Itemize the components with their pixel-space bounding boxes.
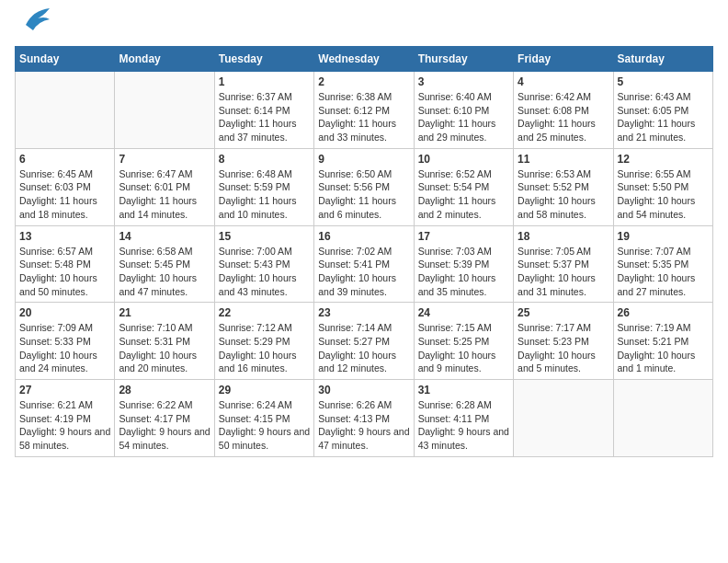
calendar-cell: 8Sunrise: 6:48 AMSunset: 5:59 PMDaylight… <box>214 148 313 225</box>
calendar-cell: 15Sunrise: 7:00 AMSunset: 5:43 PMDayligh… <box>214 225 313 303</box>
day-number: 9 <box>318 153 409 166</box>
day-number: 16 <box>318 230 409 243</box>
calendar-cell: 2Sunrise: 6:38 AMSunset: 6:12 PMDaylight… <box>314 72 414 149</box>
day-number: 24 <box>418 306 509 319</box>
day-info: Sunrise: 7:10 AMSunset: 5:31 PMDaylight:… <box>119 321 210 375</box>
day-number: 4 <box>518 75 609 88</box>
calendar-cell: 23Sunrise: 7:14 AMSunset: 5:27 PMDayligh… <box>314 303 414 380</box>
day-number: 8 <box>219 153 310 166</box>
day-number: 20 <box>19 306 110 319</box>
day-info: Sunrise: 7:07 AMSunset: 5:35 PMDaylight:… <box>618 245 709 299</box>
day-info: Sunrise: 7:09 AMSunset: 5:33 PMDaylight:… <box>19 321 110 375</box>
calendar-cell: 24Sunrise: 7:15 AMSunset: 5:25 PMDayligh… <box>414 303 513 380</box>
day-info: Sunrise: 6:28 AMSunset: 4:11 PMDaylight:… <box>418 398 509 453</box>
calendar-cell: 9Sunrise: 6:50 AMSunset: 5:56 PMDaylight… <box>314 148 414 225</box>
calendar-week-row: 13Sunrise: 6:57 AMSunset: 5:48 PMDayligh… <box>16 225 713 303</box>
day-info: Sunrise: 7:12 AMSunset: 5:29 PMDaylight:… <box>219 321 310 375</box>
day-number: 21 <box>119 306 210 319</box>
calendar-cell: 4Sunrise: 6:42 AMSunset: 6:08 PMDaylight… <box>514 72 613 149</box>
calendar-cell: 12Sunrise: 6:55 AMSunset: 5:50 PMDayligh… <box>613 148 712 225</box>
calendar-cell <box>16 72 115 149</box>
day-number: 6 <box>19 153 110 166</box>
calendar-cell <box>514 380 613 457</box>
day-number: 31 <box>418 384 509 396</box>
day-info: Sunrise: 6:42 AMSunset: 6:08 PMDaylight:… <box>518 90 609 144</box>
weekday-header-tuesday: Tuesday <box>214 47 313 72</box>
calendar-cell: 13Sunrise: 6:57 AMSunset: 5:48 PMDayligh… <box>16 225 115 303</box>
logo <box>15 15 50 35</box>
calendar-cell: 19Sunrise: 7:07 AMSunset: 5:35 PMDayligh… <box>613 225 712 303</box>
day-info: Sunrise: 6:38 AMSunset: 6:12 PMDaylight:… <box>318 90 409 144</box>
calendar-cell: 20Sunrise: 7:09 AMSunset: 5:33 PMDayligh… <box>16 303 115 380</box>
day-number: 15 <box>219 230 310 243</box>
day-number: 14 <box>119 230 210 243</box>
day-info: Sunrise: 7:05 AMSunset: 5:37 PMDaylight:… <box>518 245 609 299</box>
weekday-header-row: SundayMondayTuesdayWednesdayThursdayFrid… <box>16 47 713 72</box>
day-number: 3 <box>418 75 509 88</box>
day-number: 26 <box>618 306 709 319</box>
calendar-cell: 31Sunrise: 6:28 AMSunset: 4:11 PMDayligh… <box>414 380 513 457</box>
day-info: Sunrise: 6:45 AMSunset: 6:03 PMDaylight:… <box>19 167 110 222</box>
calendar-cell: 6Sunrise: 6:45 AMSunset: 6:03 PMDaylight… <box>16 148 115 225</box>
calendar-week-row: 20Sunrise: 7:09 AMSunset: 5:33 PMDayligh… <box>16 303 713 380</box>
calendar-cell: 3Sunrise: 6:40 AMSunset: 6:10 PMDaylight… <box>414 72 513 149</box>
day-info: Sunrise: 6:37 AMSunset: 6:14 PMDaylight:… <box>219 90 310 144</box>
day-info: Sunrise: 6:58 AMSunset: 5:45 PMDaylight:… <box>119 245 210 299</box>
day-number: 30 <box>318 384 409 396</box>
day-number: 7 <box>119 153 210 166</box>
day-number: 12 <box>618 153 709 166</box>
page-header <box>15 15 713 35</box>
calendar-cell: 22Sunrise: 7:12 AMSunset: 5:29 PMDayligh… <box>214 303 313 380</box>
calendar-cell <box>613 380 712 457</box>
calendar-week-row: 6Sunrise: 6:45 AMSunset: 6:03 PMDaylight… <box>16 148 713 225</box>
day-number: 2 <box>318 75 409 88</box>
weekday-header-friday: Friday <box>514 47 613 72</box>
day-info: Sunrise: 7:02 AMSunset: 5:41 PMDaylight:… <box>318 245 409 299</box>
day-info: Sunrise: 7:00 AMSunset: 5:43 PMDaylight:… <box>219 245 310 299</box>
day-info: Sunrise: 6:53 AMSunset: 5:52 PMDaylight:… <box>518 167 609 222</box>
day-number: 11 <box>518 153 609 166</box>
day-info: Sunrise: 6:22 AMSunset: 4:17 PMDaylight:… <box>119 398 210 453</box>
calendar-cell: 29Sunrise: 6:24 AMSunset: 4:15 PMDayligh… <box>214 380 313 457</box>
calendar-cell: 10Sunrise: 6:52 AMSunset: 5:54 PMDayligh… <box>414 148 513 225</box>
day-info: Sunrise: 6:24 AMSunset: 4:15 PMDaylight:… <box>219 398 310 453</box>
calendar-table: SundayMondayTuesdayWednesdayThursdayFrid… <box>15 46 713 457</box>
day-number: 29 <box>219 384 310 396</box>
calendar-week-row: 27Sunrise: 6:21 AMSunset: 4:19 PMDayligh… <box>16 380 713 457</box>
day-info: Sunrise: 6:50 AMSunset: 5:56 PMDaylight:… <box>318 167 409 222</box>
day-info: Sunrise: 7:03 AMSunset: 5:39 PMDaylight:… <box>418 245 509 299</box>
weekday-header-thursday: Thursday <box>414 47 513 72</box>
day-number: 22 <box>219 306 310 319</box>
day-info: Sunrise: 6:26 AMSunset: 4:13 PMDaylight:… <box>318 398 409 453</box>
calendar-cell: 14Sunrise: 6:58 AMSunset: 5:45 PMDayligh… <box>115 225 214 303</box>
calendar-cell: 11Sunrise: 6:53 AMSunset: 5:52 PMDayligh… <box>514 148 613 225</box>
day-info: Sunrise: 6:48 AMSunset: 5:59 PMDaylight:… <box>219 167 310 222</box>
day-number: 28 <box>119 384 210 396</box>
day-number: 18 <box>518 230 609 243</box>
calendar-cell <box>115 72 214 149</box>
calendar-cell: 25Sunrise: 7:17 AMSunset: 5:23 PMDayligh… <box>514 303 613 380</box>
weekday-header-monday: Monday <box>115 47 214 72</box>
day-info: Sunrise: 6:40 AMSunset: 6:10 PMDaylight:… <box>418 90 509 144</box>
day-number: 17 <box>418 230 509 243</box>
day-number: 10 <box>418 153 509 166</box>
day-info: Sunrise: 6:47 AMSunset: 6:01 PMDaylight:… <box>119 167 210 222</box>
day-info: Sunrise: 7:17 AMSunset: 5:23 PMDaylight:… <box>518 321 609 375</box>
calendar-week-row: 1Sunrise: 6:37 AMSunset: 6:14 PMDaylight… <box>16 72 713 149</box>
day-number: 13 <box>19 230 110 243</box>
calendar-cell: 28Sunrise: 6:22 AMSunset: 4:17 PMDayligh… <box>115 380 214 457</box>
calendar-cell: 21Sunrise: 7:10 AMSunset: 5:31 PMDayligh… <box>115 303 214 380</box>
logo-bird-icon <box>17 8 50 34</box>
calendar-cell: 30Sunrise: 6:26 AMSunset: 4:13 PMDayligh… <box>314 380 414 457</box>
day-number: 25 <box>518 306 609 319</box>
day-number: 19 <box>618 230 709 243</box>
day-number: 1 <box>219 75 310 88</box>
day-info: Sunrise: 6:57 AMSunset: 5:48 PMDaylight:… <box>19 245 110 299</box>
calendar-cell: 27Sunrise: 6:21 AMSunset: 4:19 PMDayligh… <box>16 380 115 457</box>
calendar-cell: 16Sunrise: 7:02 AMSunset: 5:41 PMDayligh… <box>314 225 414 303</box>
day-info: Sunrise: 7:15 AMSunset: 5:25 PMDaylight:… <box>418 321 509 375</box>
day-info: Sunrise: 6:43 AMSunset: 6:05 PMDaylight:… <box>618 90 709 144</box>
day-number: 5 <box>618 75 709 88</box>
weekday-header-saturday: Saturday <box>613 47 712 72</box>
day-number: 27 <box>19 384 110 396</box>
